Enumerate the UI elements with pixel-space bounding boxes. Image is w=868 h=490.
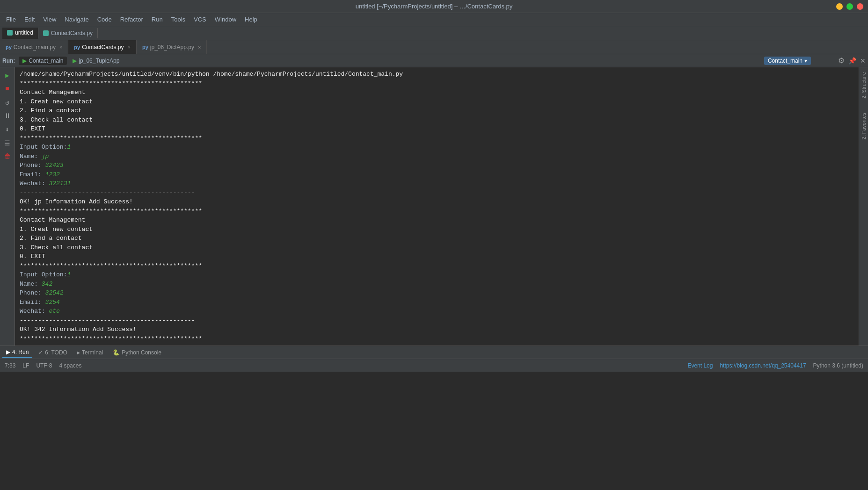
terminal-line: Name: 342 <box>20 280 854 289</box>
menu-item-refactor[interactable]: Refactor <box>117 14 147 24</box>
menu-item-view[interactable]: View <box>39 14 60 24</box>
terminal-line: 2. Find a contact <box>20 234 854 243</box>
terminal-value: 32423 <box>45 162 64 169</box>
editor-tabs: pyContact_main.py×pyContactCards.py×pyjp… <box>0 40 868 54</box>
event-log-link[interactable]: Event Log <box>687 362 713 369</box>
rerun-icon[interactable]: ↺ <box>2 97 13 108</box>
menu-item-vcs[interactable]: VCS <box>190 14 210 24</box>
maximize-button[interactable] <box>846 3 853 10</box>
stop-icon[interactable]: ■ <box>2 83 13 94</box>
terminal-line: Input Option:1 <box>20 143 854 152</box>
menu-item-tools[interactable]: Tools <box>168 14 189 24</box>
menu-item-window[interactable]: Window <box>211 14 240 24</box>
terminal-label: Email: <box>20 299 45 306</box>
favorites-label[interactable]: 2: Favorites <box>861 113 867 139</box>
run-play-icon[interactable]: ▶ <box>2 70 13 81</box>
indent-spaces: 4 spaces <box>59 362 81 369</box>
todo-tab-icon: ✓ <box>38 349 43 356</box>
run-config-dropdown[interactable]: Contact_main ▾ <box>764 57 811 65</box>
editor-tab-close-icon[interactable]: × <box>59 44 62 50</box>
terminal-line: Wechat: 322131 <box>20 179 854 188</box>
terminal-line: 0. EXIT <box>20 252 854 261</box>
run-bottom-tab[interactable]: ▶ 4: Run <box>2 347 32 358</box>
close-panel-icon[interactable]: ✕ <box>860 57 866 65</box>
delete-icon[interactable]: 🗑 <box>2 151 13 162</box>
run-tab-contact_main[interactable]: ▶ Contact_main <box>19 57 67 65</box>
csdn-link[interactable]: https://blog.csdn.net/qq_25404417 <box>720 362 806 369</box>
terminal-line: Input Option:1 <box>20 270 854 280</box>
terminal-value: 1 <box>67 271 71 278</box>
project-tabs-bar: untitledContactCards.py <box>0 26 868 40</box>
pin-icon[interactable]: 📌 <box>848 57 856 65</box>
terminal-value: 342 <box>42 281 52 288</box>
terminal-line: ----------------------------------------… <box>20 188 854 198</box>
settings-icon[interactable]: ⚙ <box>838 56 845 65</box>
structure-label[interactable]: 2: Structure <box>861 72 867 99</box>
run-tab-label: 4: Run <box>12 349 29 355</box>
terminal-line: /home/shame/PycharmProjects/untitled/ven… <box>20 70 854 79</box>
terminal-label: Wechat: <box>20 180 49 187</box>
python-file-icon: py <box>6 44 12 50</box>
editor-tab-label: jp_06_DictApp.py <box>150 44 194 50</box>
minimize-button[interactable] <box>836 3 843 10</box>
right-sidebar: 2: Structure 2: Favorites <box>859 67 868 346</box>
terminal-label: Input Option: <box>20 144 67 151</box>
editor-tab-jp06dict[interactable]: pyjp_06_DictApp.py× <box>137 40 207 54</box>
python-file-icon: py <box>142 44 148 50</box>
terminal-line: ****************************************… <box>20 334 854 344</box>
run-tab-play-icon: ▶ <box>73 58 77 64</box>
python-console-label: Python Console <box>122 349 161 356</box>
run-tab-name: jp_06_TupleApp <box>79 58 119 64</box>
run-tab-play-icon: ▶ <box>22 58 27 64</box>
terminal-line: Contact Management <box>20 88 854 97</box>
terminal-tab-label: Terminal <box>82 349 103 356</box>
editor-tab-label: Contact_main.py <box>14 44 56 50</box>
project-tab-untitled[interactable]: untitled <box>2 28 38 39</box>
terminal-value: 1232 <box>45 171 60 178</box>
run-label: Run: <box>2 58 15 64</box>
window-controls <box>836 3 863 10</box>
menu-item-navigate[interactable]: Navigate <box>61 14 92 24</box>
step-over-icon[interactable]: ⬇ <box>2 124 13 135</box>
terminal-label: Name: <box>20 281 42 288</box>
run-tab-name: Contact_main <box>29 58 63 64</box>
editor-tab-contact_main[interactable]: pyContact_main.py× <box>0 40 68 54</box>
editor-tab-close-icon[interactable]: × <box>198 44 201 50</box>
menu-item-edit[interactable]: Edit <box>21 14 38 24</box>
project-tab-contactcards[interactable]: ContactCards.py <box>38 28 98 38</box>
terminal-label: Input Option: <box>20 271 67 278</box>
project-tab-label: untitled <box>15 29 33 36</box>
project-tab-icon <box>7 30 13 36</box>
pause-icon[interactable]: ⏸ <box>2 110 13 122</box>
terminal-value: ete <box>49 308 59 315</box>
terminal-line: 0. EXIT <box>20 124 854 134</box>
menu-item-code[interactable]: Code <box>94 14 116 24</box>
menu-item-help[interactable]: Help <box>241 14 261 24</box>
python-console-icon: 🐍 <box>113 349 120 356</box>
close-button[interactable] <box>857 3 863 10</box>
terminal-line: Phone: 32423 <box>20 161 854 170</box>
todo-tab[interactable]: ✓ 6: TODO <box>35 348 71 357</box>
status-bar-right: Event Log https://blog.csdn.net/qq_25404… <box>687 362 863 369</box>
terminal-tab[interactable]: ▸ Terminal <box>73 348 107 357</box>
python-console-tab[interactable]: 🐍 Python Console <box>109 348 165 357</box>
run-tab-jp06tuple[interactable]: ▶ jp_06_TupleApp <box>69 57 123 65</box>
window-title: untitled [~/PycharmProjects/untitled] – … <box>356 3 513 10</box>
editor-tab-contactcards[interactable]: pyContactCards.py× <box>68 40 137 54</box>
terminal-tab-icon: ▸ <box>77 349 80 356</box>
terminal-line: ****************************************… <box>20 261 854 271</box>
editor-tab-close-icon[interactable]: × <box>128 44 131 50</box>
terminal-label: Phone: <box>20 162 45 169</box>
settings2-icon[interactable]: ☰ <box>2 137 13 149</box>
terminal-area: ▶ ■ ↺ ⏸ ⬇ ☰ 🗑 /home/shame/PycharmProject… <box>0 67 868 346</box>
terminal-line: 2. Find a contact <box>20 106 854 115</box>
todo-tab-label: 6: TODO <box>45 349 67 356</box>
terminal-output: /home/shame/PycharmProjects/untitled/ven… <box>15 67 859 346</box>
terminal-label: Phone: <box>20 289 45 296</box>
menubar: FileEditViewNavigateCodeRefactorRunTools… <box>0 13 868 26</box>
terminal-line: OK! jp Information Add Success! <box>20 197 854 207</box>
menu-item-run[interactable]: Run <box>148 14 167 24</box>
menu-item-file[interactable]: File <box>2 14 20 24</box>
terminal-value: 322131 <box>49 180 71 187</box>
bottom-tabs: ▶ 4: Run ✓ 6: TODO ▸ Terminal 🐍 Python C… <box>0 346 868 359</box>
